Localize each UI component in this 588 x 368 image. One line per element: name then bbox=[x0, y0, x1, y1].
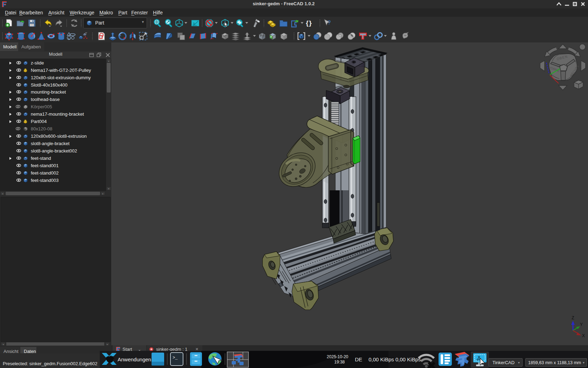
svg-text:Z: Z bbox=[572, 315, 574, 320]
svg-text:X: X bbox=[582, 333, 585, 338]
svg-text:0,00 KiBps 0,00 KiBps: 0,00 KiBps 0,00 KiBps bbox=[369, 356, 421, 362]
svg-text:>_: >_ bbox=[173, 355, 178, 360]
svg-text:?: ? bbox=[328, 19, 331, 26]
svg-text:2025-10-20: 2025-10-20 bbox=[327, 354, 349, 359]
svg-text:Anwendungen: Anwendungen bbox=[118, 356, 151, 362]
svg-text:Y: Y bbox=[580, 322, 583, 327]
svg-text:19:38: 19:38 bbox=[334, 360, 345, 364]
svg-text:F: F bbox=[271, 35, 273, 39]
svg-text:DE: DE bbox=[355, 356, 362, 362]
